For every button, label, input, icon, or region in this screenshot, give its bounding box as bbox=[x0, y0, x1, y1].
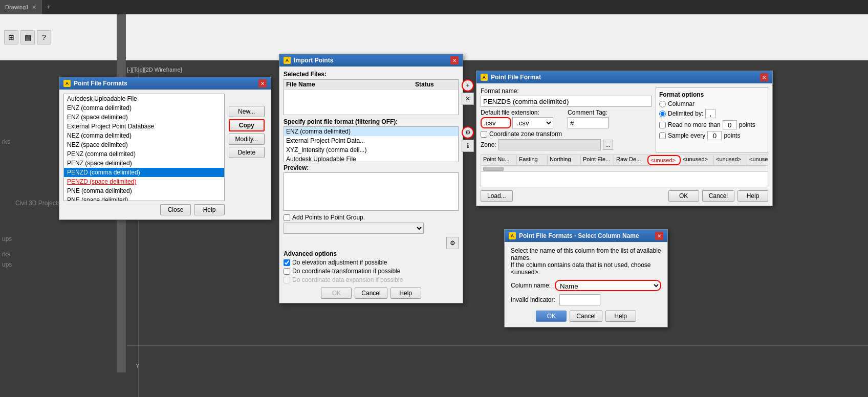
ip-cancel-button[interactable]: Cancel bbox=[355, 288, 387, 299]
pff2-format-name-input[interactable] bbox=[481, 96, 652, 107]
ip-elevation-checkbox[interactable] bbox=[284, 259, 290, 266]
ip-remove-file-btn[interactable]: ✕ bbox=[462, 93, 474, 105]
pff2-tag-input[interactable] bbox=[568, 117, 609, 128]
pff2-read-no-more-cb[interactable] bbox=[659, 122, 666, 128]
pff2-zone-browse-btn[interactable]: ... bbox=[603, 140, 613, 150]
pff2-close-button[interactable]: ✕ bbox=[760, 73, 768, 81]
pff2-ok-btn[interactable]: OK bbox=[668, 190, 699, 202]
pff-item-9[interactable]: PENZD (space delimited) bbox=[64, 177, 224, 186]
pff2-sample-every-input[interactable] bbox=[707, 131, 722, 140]
pff2-col-5[interactable]: <unused> bbox=[647, 155, 681, 165]
pff-item-11[interactable]: PNE (space delimited) bbox=[64, 195, 224, 201]
scn-cancel-button[interactable]: Cancel bbox=[570, 311, 602, 322]
drawing-tab-close[interactable]: ✕ bbox=[32, 4, 36, 11]
pff2-col-0[interactable]: Point Nu... bbox=[481, 155, 517, 165]
pff-item-1[interactable]: ENZ (comma delimited) bbox=[64, 103, 224, 113]
scn-ok-button[interactable]: OK bbox=[536, 311, 567, 322]
pff2-col-3[interactable]: Point Ele... bbox=[581, 155, 614, 165]
pff2-cancel-btn[interactable]: Cancel bbox=[702, 190, 734, 202]
scn-invalid-row: Invalid indicator: bbox=[511, 294, 661, 305]
new-tab-button[interactable]: + bbox=[42, 1, 54, 13]
pff-item-2[interactable]: ENZ (space delimited) bbox=[64, 113, 224, 122]
ip-expansion-checkbox[interactable] bbox=[284, 277, 290, 283]
ip-format-item-1[interactable]: External Project Point Data... bbox=[284, 136, 458, 145]
pff-copy-button[interactable]: Copy bbox=[229, 119, 265, 131]
side-label-rks1: rks bbox=[2, 138, 10, 145]
pff2-ext-dropdown[interactable]: .csv bbox=[512, 117, 553, 128]
ip-files-label: Selected Files: bbox=[284, 71, 459, 78]
pff2-col-6[interactable]: <unused> bbox=[681, 155, 714, 165]
pff2-delimited-row: Delimited by: bbox=[659, 109, 765, 118]
ribbon-btn-2[interactable]: ▤ bbox=[20, 30, 35, 45]
ip-add-group-checkbox[interactable] bbox=[284, 214, 290, 221]
pff2-col-4[interactable]: Raw De... bbox=[614, 155, 647, 165]
pff2-ext-input[interactable] bbox=[481, 117, 511, 128]
pff2-columns-scroll[interactable]: Point Nu... Easting Northing Point Ele..… bbox=[481, 155, 768, 172]
pff2-load-btn[interactable]: Load... bbox=[481, 190, 513, 202]
pff-modify-button[interactable]: Modify... bbox=[229, 134, 265, 145]
import-points-dialog: A Import Points ✕ Selected Files: File N… bbox=[279, 54, 463, 303]
pff-dialog-icon: A bbox=[63, 80, 71, 87]
pff2-titlebar: A Point File Format ✕ bbox=[476, 71, 772, 83]
pff2-delimited-radio[interactable] bbox=[659, 111, 666, 117]
pff-item-5[interactable]: NEZ (space delimited) bbox=[64, 140, 224, 149]
pff2-columnar-radio[interactable] bbox=[659, 101, 666, 107]
scn-close-button[interactable]: ✕ bbox=[655, 232, 663, 240]
pff-item-6[interactable]: PENZ (comma delimited) bbox=[64, 149, 224, 159]
ribbon-btn-3[interactable]: ? bbox=[37, 30, 51, 45]
pff-item-4[interactable]: NEZ (comma delimited) bbox=[64, 131, 224, 140]
ip-footer: OK Cancel Help bbox=[284, 288, 459, 299]
ip-format-list[interactable]: ENZ (comma delimited) External Project P… bbox=[284, 126, 459, 162]
drawing-tab[interactable]: Drawing1 ✕ bbox=[0, 0, 42, 14]
crosshair-horizontal bbox=[127, 345, 868, 346]
ip-coordinate-checkbox[interactable] bbox=[284, 268, 290, 275]
pff2-help-btn[interactable]: Help bbox=[737, 190, 768, 202]
ip-help-button[interactable]: Help bbox=[390, 288, 421, 299]
ip-settings-btn[interactable]: ⚙ bbox=[462, 126, 474, 139]
pff-list[interactable]: Autodesk Uploadable File ENZ (comma deli… bbox=[63, 94, 225, 201]
ip-format-item-0[interactable]: ENZ (comma delimited) bbox=[284, 127, 458, 136]
ip-group-settings-btn[interactable]: ⚙ bbox=[446, 237, 459, 249]
ip-col-filename: File Name bbox=[286, 81, 415, 88]
point-file-format-dialog: A Point File Format ✕ Format name: Defau… bbox=[476, 71, 773, 206]
ip-format-item-3[interactable]: Autodesk Uploadable File bbox=[284, 155, 458, 162]
pff-new-button[interactable]: New... bbox=[229, 106, 265, 117]
pff2-zone-input[interactable] bbox=[498, 139, 601, 150]
pff2-ext-tag-row: Default file extension: .csv Comment Tag… bbox=[481, 109, 652, 128]
pff-help-btn[interactable]: Help bbox=[194, 204, 225, 215]
pff2-col-1[interactable]: Easting bbox=[517, 155, 548, 165]
pff-item-3[interactable]: External Project Point Database bbox=[64, 122, 224, 131]
ip-close-button[interactable]: ✕ bbox=[450, 56, 459, 64]
pff2-hscroll[interactable] bbox=[481, 165, 768, 171]
ip-ok-button[interactable]: OK bbox=[321, 288, 352, 299]
pff2-read-no-more-input[interactable] bbox=[723, 120, 737, 129]
pff-close-btn[interactable]: Close bbox=[160, 204, 191, 215]
pff2-sample-every-cb[interactable] bbox=[659, 133, 666, 139]
pff2-delimited-char-input[interactable] bbox=[705, 109, 715, 118]
scn-invalid-input[interactable] bbox=[559, 294, 600, 305]
scn-select-wrapper: Name Point Number Easting Northing Eleva… bbox=[555, 280, 661, 291]
pff-delete-button[interactable]: Delete bbox=[229, 147, 265, 158]
pff-item-8[interactable]: PENZD (comma delimited) bbox=[64, 168, 224, 177]
pff-close-button[interactable]: ✕ bbox=[258, 79, 267, 87]
pff2-coord-zone-checkbox[interactable] bbox=[481, 131, 487, 138]
scn-dialog-icon: A bbox=[509, 232, 516, 239]
pff2-col-8[interactable]: <unused> bbox=[747, 155, 768, 165]
ip-format-item-2[interactable]: XYZ_Intensity (comma deli...) bbox=[284, 145, 458, 155]
pff-titlebar: A Point File Formats ✕ bbox=[59, 77, 271, 90]
pff2-col-2[interactable]: Northing bbox=[548, 155, 581, 165]
ip-file-table: File Name Status bbox=[284, 79, 459, 115]
ip-info-btn[interactable]: ℹ bbox=[462, 140, 474, 152]
ribbon-tools: ⊞ ▤ ? bbox=[4, 30, 51, 45]
scn-column-name-select[interactable]: Name Point Number Easting Northing Eleva… bbox=[555, 280, 661, 291]
ip-group-select[interactable] bbox=[284, 223, 424, 234]
ip-add-file-btn[interactable]: + bbox=[462, 79, 474, 92]
pff-item-0[interactable]: Autodesk Uploadable File bbox=[64, 94, 224, 103]
pff-item-10[interactable]: PNE (comma delimited) bbox=[64, 186, 224, 195]
pff2-col-7[interactable]: <unused> bbox=[714, 155, 747, 165]
scn-titlebar: A Point File Formats - Select Column Nam… bbox=[505, 230, 667, 242]
ip-body: Selected Files: File Name Status + ✕ Spe… bbox=[279, 67, 463, 303]
pff-item-7[interactable]: PENZ (space delimited) bbox=[64, 159, 224, 168]
ribbon-btn-1[interactable]: ⊞ bbox=[4, 30, 18, 45]
scn-help-button[interactable]: Help bbox=[605, 311, 636, 322]
